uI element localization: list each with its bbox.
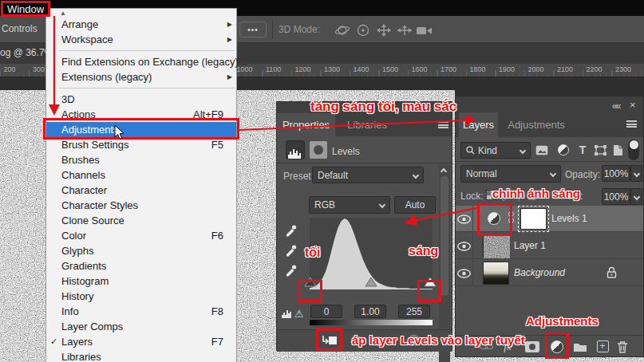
close-icon[interactable]: ×: [442, 106, 448, 114]
layer-mask-thumbnail[interactable]: [520, 208, 547, 230]
delete-layer-icon[interactable]: [614, 340, 630, 353]
menu-item-shortcut: F7: [211, 334, 223, 349]
mask-link-icon: [508, 211, 514, 223]
close-icon[interactable]: ×: [630, 101, 636, 109]
filter-smart-objects-icon[interactable]: [610, 144, 626, 156]
3d-orbit-icon[interactable]: [334, 22, 351, 38]
layer-style-fx-icon[interactable]: fx: [500, 340, 516, 353]
filter-shape-layers-icon[interactable]: [592, 144, 608, 156]
adjustment-layer-icon[interactable]: [488, 212, 500, 225]
visibility-eye-icon[interactable]: [456, 233, 473, 259]
filter-adjustment-layers-icon[interactable]: [555, 144, 571, 156]
menu-item-history[interactable]: History: [46, 289, 236, 304]
menu-item-channels[interactable]: Channels: [46, 167, 236, 183]
visibility-eye-icon[interactable]: [456, 206, 473, 232]
menu-item-libraries[interactable]: Libraries: [46, 349, 236, 362]
menu-item-layers[interactable]: ✓LayersF7: [46, 334, 236, 349]
layer-name[interactable]: Levels 1: [551, 213, 587, 224]
link-layers-icon[interactable]: [478, 340, 494, 353]
lock-transparency-icon[interactable]: [486, 190, 496, 200]
3d-pan-icon[interactable]: [375, 22, 393, 38]
histogram-refresh-warning[interactable]: ⚠: [282, 308, 304, 320]
gamma-slider[interactable]: [365, 276, 377, 286]
menu-item-adjustments[interactable]: Adjustments: [46, 122, 236, 137]
filter-kind-value: Kind: [478, 145, 497, 156]
menu-item-character[interactable]: Character: [46, 183, 236, 198]
filter-toggle-switch[interactable]: [628, 140, 639, 160]
tab-libraries[interactable]: Libraries: [339, 113, 395, 136]
menu-item-workspace[interactable]: Workspace▶: [46, 32, 236, 47]
opacity-field[interactable]: 100%: [602, 165, 630, 182]
white-point-eyedropper-icon[interactable]: [284, 262, 300, 277]
new-layer-icon[interactable]: +: [595, 340, 610, 353]
menu-item-histogram[interactable]: Histogram: [46, 273, 236, 289]
layer-row-levels-1[interactable]: Levels 1: [456, 206, 643, 232]
menu-item-brushes[interactable]: Brushes: [46, 152, 236, 167]
menu-item-3d[interactable]: 3D: [46, 92, 236, 107]
black-level-field[interactable]: 0: [310, 305, 342, 318]
black-input-slider[interactable]: [304, 276, 317, 286]
gamma-level-field[interactable]: 1.00: [354, 305, 386, 318]
fill-field[interactable]: 100%: [602, 188, 630, 205]
submenu-arrow-icon: ▶: [227, 17, 232, 32]
menu-item-clone-source[interactable]: Clone Source: [46, 213, 236, 228]
menu-item-actions[interactable]: ActionsAlt+F9: [46, 107, 236, 122]
layer-name[interactable]: Layer 1: [514, 240, 546, 251]
collapse-panel-icon[interactable]: ««: [612, 100, 619, 112]
panel-menu-icon[interactable]: [626, 120, 637, 128]
layer-thumbnail-photo[interactable]: [483, 262, 509, 285]
gray-point-eyedropper-icon[interactable]: [284, 242, 300, 257]
add-adjustment-layer-icon[interactable]: [549, 340, 565, 353]
lock-position-icon[interactable]: [514, 190, 524, 204]
menu-scroll-up-icon[interactable]: ▲: [60, 10, 66, 17]
menu-item-glyphs[interactable]: Glyphs: [46, 243, 236, 258]
fill-dropdown-icon[interactable]: [630, 188, 642, 205]
more-options-button[interactable]: •••: [239, 22, 267, 37]
menu-item-find-extensions-on-exchange-legacy[interactable]: Find Extensions on Exchange (legacy)...: [46, 54, 236, 69]
delete-icon[interactable]: [409, 334, 419, 349]
menu-item-layer-comps[interactable]: Layer Comps: [46, 319, 236, 334]
white-level-field[interactable]: 255: [398, 305, 430, 318]
menu-item-brush-settings[interactable]: Brush SettingsF5: [46, 137, 236, 152]
3d-camera-icon[interactable]: [415, 22, 433, 38]
reset-icon[interactable]: [373, 335, 385, 349]
menu-item-label: Libraries: [61, 351, 101, 362]
tab-adjustments[interactable]: Adjustments: [502, 112, 571, 137]
black-point-eyedropper-icon[interactable]: [284, 222, 300, 237]
lock-paint-icon[interactable]: [500, 190, 511, 204]
layer-thumbnail-noise[interactable]: [483, 234, 509, 258]
layer-row-background[interactable]: Background: [456, 260, 643, 286]
layer-name[interactable]: Background: [514, 267, 565, 278]
blend-mode-dropdown[interactable]: Normal: [460, 165, 561, 183]
menu-item-gradients[interactable]: Gradients: [46, 258, 236, 273]
3d-roll-icon[interactable]: [354, 22, 372, 38]
menu-item-arrange[interactable]: Arrange▶: [46, 17, 236, 32]
menu-item-character-styles[interactable]: Character Styles: [46, 198, 236, 213]
menu-item-info[interactable]: InfoF8: [46, 304, 236, 319]
preset-dropdown[interactable]: Default: [312, 167, 424, 183]
filter-pixel-layers-icon[interactable]: [534, 144, 550, 156]
channel-dropdown[interactable]: RGB: [309, 196, 390, 214]
filter-kind-dropdown[interactable]: Kind: [460, 142, 531, 159]
menu-separator: [59, 88, 235, 89]
white-input-slider[interactable]: [424, 276, 437, 286]
menu-item-color[interactable]: ColorF6: [46, 228, 236, 243]
output-gradient-bar[interactable]: [310, 320, 433, 325]
tab-layers[interactable]: Layers: [459, 112, 498, 137]
clip-to-layer-button[interactable]: [321, 334, 338, 351]
add-mask-icon[interactable]: [524, 340, 540, 353]
layers-bottom-bar: fx +: [456, 335, 643, 356]
opacity-dropdown-icon[interactable]: [630, 165, 642, 182]
filter-type-layers-icon[interactable]: T: [575, 144, 591, 156]
3d-slide-icon[interactable]: [396, 22, 413, 38]
panel-menu-icon[interactable]: [438, 121, 448, 128]
scrollbar-thumb[interactable]: [441, 176, 448, 296]
visibility-toggle-icon[interactable]: [350, 335, 365, 349]
lock-all-icon[interactable]: [527, 190, 536, 204]
visibility-eye-icon[interactable]: [456, 260, 473, 286]
layer-row-layer-1[interactable]: Layer 1: [456, 233, 643, 259]
auto-button[interactable]: Auto: [394, 196, 436, 214]
new-group-icon[interactable]: [572, 340, 588, 353]
tab-properties[interactable]: Properties: [277, 113, 335, 136]
menu-item-extensions-legacy[interactable]: Extensions (legacy)▶: [46, 69, 236, 85]
